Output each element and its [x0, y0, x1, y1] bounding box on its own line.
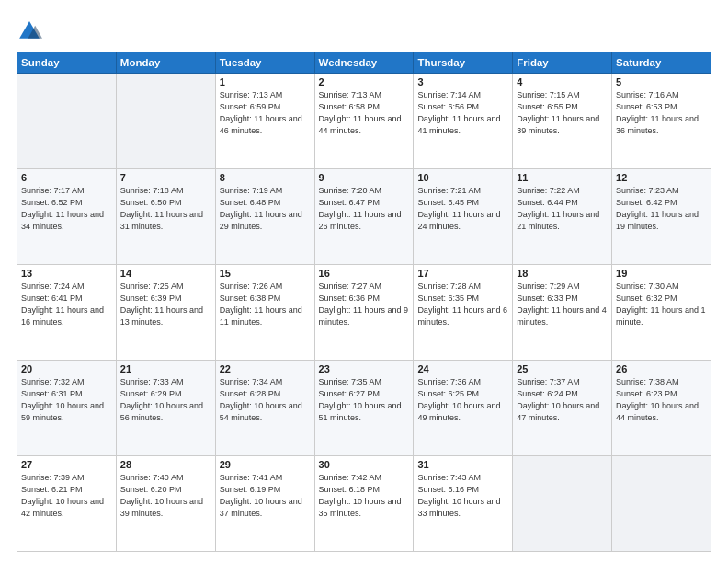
day-number: 9	[319, 172, 410, 183]
day-number: 10	[417, 172, 508, 183]
day-info: Sunrise: 7:27 AM Sunset: 6:36 PM Dayligh…	[319, 281, 410, 328]
day-info: Sunrise: 7:30 AM Sunset: 6:32 PM Dayligh…	[616, 281, 707, 328]
week-row-1: 1Sunrise: 7:13 AM Sunset: 6:59 PM Daylig…	[17, 74, 711, 169]
calendar-cell: 9Sunrise: 7:20 AM Sunset: 6:47 PM Daylig…	[314, 169, 414, 265]
day-number: 19	[616, 268, 707, 279]
calendar-cell: 2Sunrise: 7:13 AM Sunset: 6:58 PM Daylig…	[314, 74, 414, 169]
day-number: 8	[220, 172, 311, 183]
calendar-cell: 16Sunrise: 7:27 AM Sunset: 6:36 PM Dayli…	[314, 265, 414, 361]
weekday-header-row: SundayMondayTuesdayWednesdayThursdayFrid…	[17, 52, 711, 74]
day-number: 26	[616, 363, 707, 374]
calendar-cell: 31Sunrise: 7:43 AM Sunset: 6:16 PM Dayli…	[414, 456, 513, 552]
calendar-cell: 29Sunrise: 7:41 AM Sunset: 6:19 PM Dayli…	[215, 456, 314, 552]
calendar-cell: 12Sunrise: 7:23 AM Sunset: 6:42 PM Dayli…	[612, 169, 711, 265]
day-number: 14	[120, 268, 211, 279]
weekday-header-tuesday: Tuesday	[215, 52, 314, 74]
calendar-cell: 1Sunrise: 7:13 AM Sunset: 6:59 PM Daylig…	[215, 74, 314, 169]
day-info: Sunrise: 7:32 AM Sunset: 6:31 PM Dayligh…	[21, 376, 112, 424]
weekday-header-wednesday: Wednesday	[314, 52, 414, 74]
day-info: Sunrise: 7:20 AM Sunset: 6:47 PM Dayligh…	[319, 185, 410, 233]
day-info: Sunrise: 7:21 AM Sunset: 6:45 PM Dayligh…	[417, 185, 508, 233]
day-info: Sunrise: 7:16 AM Sunset: 6:53 PM Dayligh…	[616, 89, 707, 137]
header	[17, 15, 711, 44]
day-info: Sunrise: 7:17 AM Sunset: 6:52 PM Dayligh…	[21, 185, 112, 233]
week-row-5: 27Sunrise: 7:39 AM Sunset: 6:21 PM Dayli…	[17, 456, 711, 552]
calendar-cell	[612, 456, 711, 552]
calendar-cell: 15Sunrise: 7:26 AM Sunset: 6:38 PM Dayli…	[215, 265, 314, 361]
day-number: 15	[220, 268, 311, 279]
calendar-cell: 3Sunrise: 7:14 AM Sunset: 6:56 PM Daylig…	[414, 74, 513, 169]
day-number: 7	[120, 172, 211, 183]
calendar-cell	[116, 74, 215, 169]
day-info: Sunrise: 7:24 AM Sunset: 6:41 PM Dayligh…	[21, 281, 112, 328]
day-number: 28	[120, 459, 211, 470]
day-info: Sunrise: 7:33 AM Sunset: 6:29 PM Dayligh…	[120, 376, 211, 424]
calendar-cell: 19Sunrise: 7:30 AM Sunset: 6:32 PM Dayli…	[612, 265, 711, 361]
weekday-header-friday: Friday	[513, 52, 612, 74]
week-row-3: 13Sunrise: 7:24 AM Sunset: 6:41 PM Dayli…	[17, 265, 711, 361]
calendar-cell: 17Sunrise: 7:28 AM Sunset: 6:35 PM Dayli…	[414, 265, 513, 361]
week-row-2: 6Sunrise: 7:17 AM Sunset: 6:52 PM Daylig…	[17, 169, 711, 265]
calendar-cell: 23Sunrise: 7:35 AM Sunset: 6:27 PM Dayli…	[314, 361, 414, 456]
day-info: Sunrise: 7:38 AM Sunset: 6:23 PM Dayligh…	[616, 376, 707, 424]
calendar-cell: 22Sunrise: 7:34 AM Sunset: 6:28 PM Dayli…	[215, 361, 314, 456]
day-info: Sunrise: 7:23 AM Sunset: 6:42 PM Dayligh…	[616, 185, 707, 233]
calendar-cell	[17, 74, 117, 169]
day-number: 6	[21, 172, 112, 183]
logo	[17, 18, 44, 44]
day-info: Sunrise: 7:22 AM Sunset: 6:44 PM Dayligh…	[517, 185, 608, 233]
day-info: Sunrise: 7:28 AM Sunset: 6:35 PM Dayligh…	[417, 281, 508, 328]
day-number: 31	[417, 459, 508, 470]
day-number: 17	[417, 268, 508, 279]
calendar-cell: 20Sunrise: 7:32 AM Sunset: 6:31 PM Dayli…	[17, 361, 117, 456]
calendar-table: SundayMondayTuesdayWednesdayThursdayFrid…	[17, 52, 711, 552]
day-number: 16	[319, 268, 410, 279]
calendar-cell: 8Sunrise: 7:19 AM Sunset: 6:48 PM Daylig…	[215, 169, 314, 265]
calendar-cell: 11Sunrise: 7:22 AM Sunset: 6:44 PM Dayli…	[513, 169, 612, 265]
weekday-header-thursday: Thursday	[414, 52, 513, 74]
day-info: Sunrise: 7:25 AM Sunset: 6:39 PM Dayligh…	[120, 281, 211, 328]
day-number: 4	[517, 76, 608, 87]
day-info: Sunrise: 7:19 AM Sunset: 6:48 PM Dayligh…	[220, 185, 311, 233]
day-number: 20	[21, 363, 112, 374]
day-number: 25	[517, 363, 608, 374]
day-info: Sunrise: 7:39 AM Sunset: 6:21 PM Dayligh…	[21, 472, 112, 520]
day-number: 27	[21, 459, 112, 470]
calendar-cell: 10Sunrise: 7:21 AM Sunset: 6:45 PM Dayli…	[414, 169, 513, 265]
weekday-header-monday: Monday	[116, 52, 215, 74]
calendar-cell: 7Sunrise: 7:18 AM Sunset: 6:50 PM Daylig…	[116, 169, 215, 265]
day-number: 11	[517, 172, 608, 183]
calendar-cell	[513, 456, 612, 552]
day-number: 18	[517, 268, 608, 279]
day-number: 24	[417, 363, 508, 374]
weekday-header-sunday: Sunday	[17, 52, 117, 74]
day-info: Sunrise: 7:34 AM Sunset: 6:28 PM Dayligh…	[220, 376, 311, 424]
calendar-cell: 5Sunrise: 7:16 AM Sunset: 6:53 PM Daylig…	[612, 74, 711, 169]
calendar-cell: 27Sunrise: 7:39 AM Sunset: 6:21 PM Dayli…	[17, 456, 117, 552]
day-number: 12	[616, 172, 707, 183]
day-info: Sunrise: 7:40 AM Sunset: 6:20 PM Dayligh…	[120, 472, 211, 520]
day-number: 3	[417, 76, 508, 87]
day-info: Sunrise: 7:26 AM Sunset: 6:38 PM Dayligh…	[220, 281, 311, 328]
day-info: Sunrise: 7:36 AM Sunset: 6:25 PM Dayligh…	[417, 376, 508, 424]
day-info: Sunrise: 7:14 AM Sunset: 6:56 PM Dayligh…	[417, 89, 508, 137]
calendar-cell: 4Sunrise: 7:15 AM Sunset: 6:55 PM Daylig…	[513, 74, 612, 169]
day-info: Sunrise: 7:15 AM Sunset: 6:55 PM Dayligh…	[517, 89, 608, 137]
weekday-header-saturday: Saturday	[612, 52, 711, 74]
day-number: 5	[616, 76, 707, 87]
logo-icon	[17, 18, 42, 44]
day-info: Sunrise: 7:42 AM Sunset: 6:18 PM Dayligh…	[319, 472, 410, 520]
calendar-cell: 13Sunrise: 7:24 AM Sunset: 6:41 PM Dayli…	[17, 265, 117, 361]
day-info: Sunrise: 7:43 AM Sunset: 6:16 PM Dayligh…	[417, 472, 508, 520]
day-info: Sunrise: 7:18 AM Sunset: 6:50 PM Dayligh…	[120, 185, 211, 233]
day-number: 13	[21, 268, 112, 279]
day-number: 30	[319, 459, 410, 470]
day-info: Sunrise: 7:13 AM Sunset: 6:58 PM Dayligh…	[319, 89, 410, 137]
day-info: Sunrise: 7:13 AM Sunset: 6:59 PM Dayligh…	[220, 89, 311, 137]
day-number: 1	[220, 76, 311, 87]
day-number: 22	[220, 363, 311, 374]
calendar-cell: 25Sunrise: 7:37 AM Sunset: 6:24 PM Dayli…	[513, 361, 612, 456]
calendar-cell: 24Sunrise: 7:36 AM Sunset: 6:25 PM Dayli…	[414, 361, 513, 456]
page: SundayMondayTuesdayWednesdayThursdayFrid…	[0, 0, 728, 563]
day-number: 23	[319, 363, 410, 374]
